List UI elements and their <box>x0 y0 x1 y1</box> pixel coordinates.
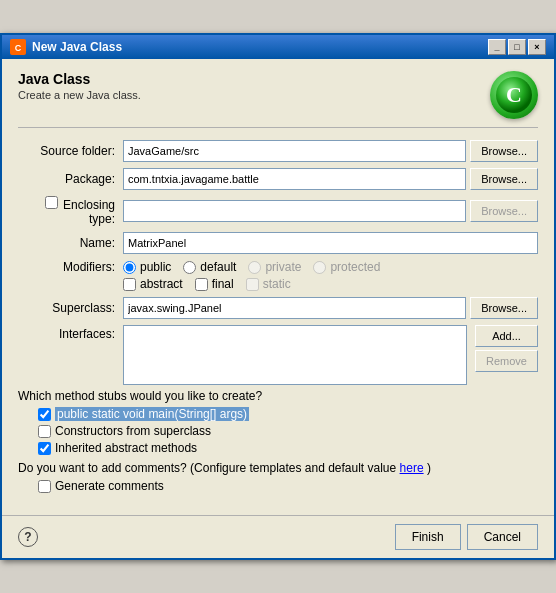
default-radio[interactable] <box>183 261 196 274</box>
enclosing-type-browse-button[interactable]: Browse... <box>470 200 538 222</box>
package-row: Package: Browse... <box>18 168 538 190</box>
modifiers-access-line: public default private protected <box>123 260 538 274</box>
abstract-label: abstract <box>140 277 183 291</box>
abstract-checkbox-group: abstract <box>123 277 183 291</box>
package-browse-button[interactable]: Browse... <box>470 168 538 190</box>
private-radio-group: private <box>248 260 301 274</box>
inherited-stub-label: Inherited abstract methods <box>55 441 197 455</box>
main-stub-row: public static void main(String[] args) <box>38 407 538 421</box>
final-checkbox[interactable] <box>195 278 208 291</box>
modifiers-other-line: abstract final static <box>123 277 538 291</box>
minimize-button[interactable]: _ <box>488 39 506 55</box>
name-input[interactable] <box>123 232 538 254</box>
abstract-checkbox[interactable] <box>123 278 136 291</box>
protected-label: protected <box>330 260 380 274</box>
constructors-stub-row: Constructors from superclass <box>38 424 538 438</box>
bottom-right: Finish Cancel <box>395 524 538 550</box>
window-controls: _ □ × <box>488 39 546 55</box>
superclass-input[interactable] <box>123 297 466 319</box>
stubs-question: Which method stubs would you like to cre… <box>18 389 538 403</box>
maximize-button[interactable]: □ <box>508 39 526 55</box>
modifiers-label: Modifiers: <box>18 260 123 274</box>
svg-text:C: C <box>506 82 522 107</box>
source-folder-browse-button[interactable]: Browse... <box>470 140 538 162</box>
dialog-content: Java Class Create a new Java class. C <box>2 59 554 505</box>
bottom-left: ? <box>18 527 38 547</box>
header-text: Java Class Create a new Java class. <box>18 71 141 101</box>
enclosing-type-checkbox[interactable] <box>45 196 58 209</box>
interfaces-add-button[interactable]: Add... <box>475 325 538 347</box>
bottom-bar: ? Finish Cancel <box>2 515 554 558</box>
comments-here-link[interactable]: here <box>400 461 424 475</box>
comments-question-prefix: Do you want to add comments? (Configure … <box>18 461 396 475</box>
private-radio[interactable] <box>248 261 261 274</box>
finish-button[interactable]: Finish <box>395 524 461 550</box>
interfaces-list <box>123 325 467 385</box>
final-checkbox-group: final <box>195 277 234 291</box>
comments-question: Do you want to add comments? (Configure … <box>18 461 538 475</box>
interfaces-remove-button[interactable]: Remove <box>475 350 538 372</box>
window-title: New Java Class <box>32 40 482 54</box>
superclass-row: Superclass: Browse... <box>18 297 538 319</box>
interfaces-row: Interfaces: Add... Remove <box>18 325 538 385</box>
generate-comments-checkbox[interactable] <box>38 480 51 493</box>
superclass-label: Superclass: <box>18 301 123 315</box>
default-radio-group: default <box>183 260 236 274</box>
comments-question-suffix: ) <box>427 461 431 475</box>
public-label: public <box>140 260 171 274</box>
source-folder-input[interactable] <box>123 140 466 162</box>
inherited-stub-row: Inherited abstract methods <box>38 441 538 455</box>
main-stub-label: public static void main(String[] args) <box>55 407 249 421</box>
constructors-stub-checkbox[interactable] <box>38 425 51 438</box>
header-section: Java Class Create a new Java class. C <box>18 71 538 128</box>
dialog-title: Java Class <box>18 71 141 87</box>
inherited-stub-checkbox[interactable] <box>38 442 51 455</box>
static-checkbox[interactable] <box>246 278 259 291</box>
superclass-browse-button[interactable]: Browse... <box>470 297 538 319</box>
final-label: final <box>212 277 234 291</box>
public-radio[interactable] <box>123 261 136 274</box>
generate-comments-row: Generate comments <box>38 479 538 493</box>
constructors-stub-label: Constructors from superclass <box>55 424 211 438</box>
interfaces-buttons: Add... Remove <box>471 325 538 372</box>
dialog-subtitle: Create a new Java class. <box>18 89 141 101</box>
title-bar: C New Java Class _ □ × <box>2 35 554 59</box>
enclosing-type-row: Enclosing type: Browse... <box>18 196 538 226</box>
source-folder-label: Source folder: <box>18 144 123 158</box>
comments-section: Do you want to add comments? (Configure … <box>18 461 538 493</box>
main-stub-checkbox[interactable] <box>38 408 51 421</box>
generate-comments-label: Generate comments <box>55 479 164 493</box>
name-row: Name: <box>18 232 538 254</box>
protected-radio-group: protected <box>313 260 380 274</box>
close-button[interactable]: × <box>528 39 546 55</box>
stubs-section: Which method stubs would you like to cre… <box>18 389 538 455</box>
modifiers-row: Modifiers: public default pr <box>18 260 538 291</box>
enclosing-type-label: Enclosing type: <box>18 196 123 226</box>
form-section: Source folder: Browse... Package: Browse… <box>18 140 538 385</box>
name-label: Name: <box>18 236 123 250</box>
private-label: private <box>265 260 301 274</box>
protected-radio[interactable] <box>313 261 326 274</box>
cancel-button[interactable]: Cancel <box>467 524 538 550</box>
package-label: Package: <box>18 172 123 186</box>
default-label: default <box>200 260 236 274</box>
svg-text:C: C <box>15 43 22 53</box>
window-icon: C <box>10 39 26 55</box>
static-checkbox-group: static <box>246 277 291 291</box>
modifiers-container: public default private protected <box>123 260 538 291</box>
interfaces-label: Interfaces: <box>18 325 123 341</box>
source-folder-row: Source folder: Browse... <box>18 140 538 162</box>
help-button[interactable]: ? <box>18 527 38 547</box>
public-radio-group: public <box>123 260 171 274</box>
new-java-class-dialog: C New Java Class _ □ × Java Class Create… <box>0 33 556 560</box>
static-label: static <box>263 277 291 291</box>
package-input[interactable] <box>123 168 466 190</box>
enclosing-type-input[interactable] <box>123 200 466 222</box>
java-logo-icon: C <box>490 71 538 119</box>
